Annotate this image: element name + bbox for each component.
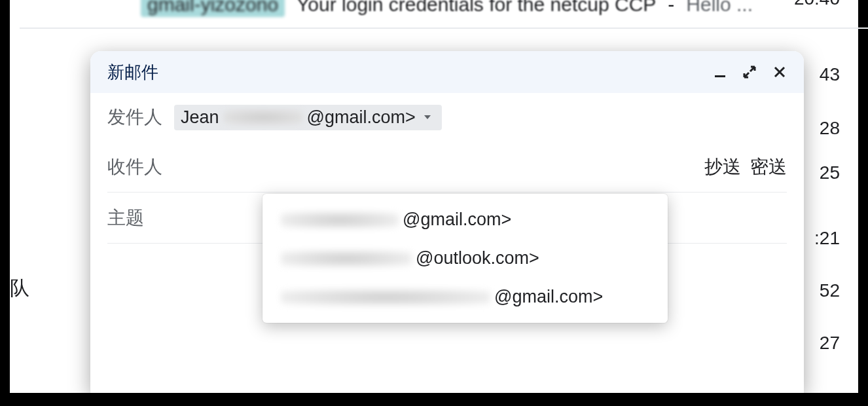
dropdown-redacted <box>281 212 399 229</box>
from-domain: @gmail.com> <box>307 107 416 128</box>
to-label: 收件人 <box>107 155 162 179</box>
inbox-time-5: 52 <box>820 280 840 301</box>
from-selector[interactable]: Jean @gmail.com> <box>174 105 442 130</box>
from-redacted <box>223 109 303 125</box>
dropdown-redacted <box>281 250 412 267</box>
inbox-row-tag: gmail-yizozono <box>141 0 285 17</box>
dropdown-suffix: @gmail.com> <box>494 287 603 307</box>
compose-header: 新邮件 <box>90 51 804 93</box>
inbox-time-6: 27 <box>820 333 840 354</box>
inbox-left-fragment: 队 <box>10 275 29 302</box>
inbox-row-divider <box>20 28 868 29</box>
compose-title: 新邮件 <box>107 61 158 84</box>
minimize-icon[interactable] <box>714 65 727 79</box>
expand-icon[interactable] <box>742 65 757 79</box>
from-dropdown: @gmail.com> @outlook.com> @gmail.com> <box>262 194 668 323</box>
dropdown-suffix: @outlook.com> <box>416 248 539 268</box>
from-name: Jean <box>181 107 219 128</box>
inbox-time-1: 43 <box>820 64 840 85</box>
compose-window-controls <box>714 65 787 79</box>
inbox-row-dash: - <box>668 0 674 16</box>
inbox-time-3: 25 <box>820 162 840 183</box>
chevron-down-icon <box>422 112 433 122</box>
inbox-time-4: :21 <box>814 228 840 249</box>
close-icon[interactable] <box>772 65 787 79</box>
dropdown-redacted <box>281 289 490 306</box>
bcc-button[interactable]: 密送 <box>750 155 787 179</box>
cc-bcc-controls: 抄送 密送 <box>704 155 787 179</box>
compose-window: 新邮件 发件人 Jean @gmail. <box>90 51 804 393</box>
to-row[interactable]: 收件人 抄送 密送 <box>107 141 787 193</box>
inbox-time-2: 28 <box>820 118 840 139</box>
from-dropdown-item-2[interactable]: @gmail.com> <box>262 278 668 316</box>
dropdown-suffix: @gmail.com> <box>403 210 511 230</box>
svg-rect-0 <box>715 75 725 77</box>
inbox-row-preview: Hello ... <box>686 0 753 16</box>
inbox-row-partial: gmail-yizozono Your login credentials fo… <box>141 0 753 17</box>
inbox-time-0: 20:40 <box>794 0 840 9</box>
from-dropdown-item-1[interactable]: @outlook.com> <box>262 239 668 278</box>
from-dropdown-item-0[interactable]: @gmail.com> <box>262 200 668 239</box>
from-row: 发件人 Jean @gmail.com> <box>107 93 787 141</box>
inbox-row-subject: Your login credentials for the netcup CC… <box>297 0 656 16</box>
from-label: 发件人 <box>107 105 162 130</box>
subject-label: 主题 <box>107 206 144 231</box>
cc-button[interactable]: 抄送 <box>704 155 741 179</box>
